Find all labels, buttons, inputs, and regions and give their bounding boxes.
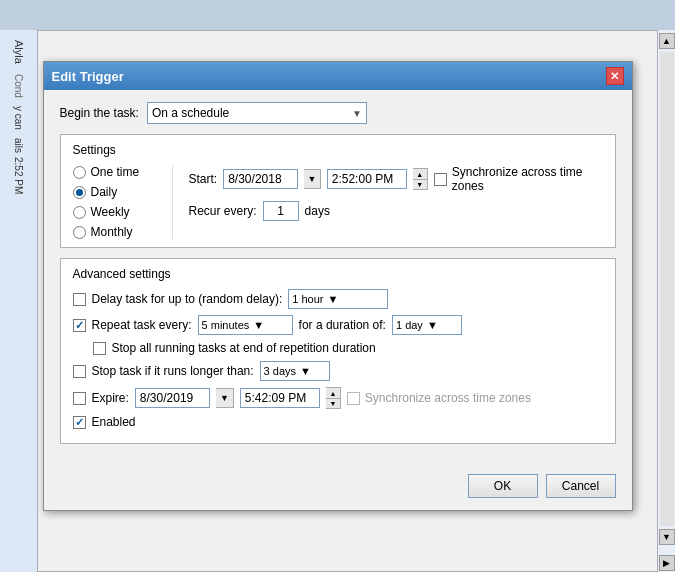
expire-time-input[interactable] bbox=[240, 388, 320, 408]
repeat-arrow: ▼ bbox=[253, 319, 264, 331]
expire-date-btn[interactable]: ▼ bbox=[216, 388, 234, 408]
start-label: Start: bbox=[189, 172, 218, 186]
duration-value: 1 day bbox=[396, 319, 423, 331]
stop-longer-checkbox[interactable] bbox=[73, 365, 86, 378]
start-date-input[interactable] bbox=[223, 169, 298, 189]
schedule-right: Start: ▼ ▲ ▼ Synchronize across time zon… bbox=[173, 165, 603, 239]
recur-row: Recur every: days bbox=[189, 201, 603, 221]
ok-button[interactable]: OK bbox=[468, 474, 538, 498]
advanced-section: Advanced settings Delay task for up to (… bbox=[60, 258, 616, 444]
repeat-row: Repeat task every: 5 minutes ▼ for a dur… bbox=[73, 315, 603, 335]
enabled-row: Enabled bbox=[73, 415, 603, 429]
radio-weekly-label: Weekly bbox=[91, 205, 130, 219]
radio-daily[interactable]: Daily bbox=[73, 185, 160, 199]
expire-sync-checkbox[interactable] bbox=[347, 392, 360, 405]
radio-group: One time Daily Weekly Monthly bbox=[73, 165, 173, 239]
radio-one-time-circle bbox=[73, 166, 86, 179]
recur-unit: days bbox=[305, 204, 330, 218]
expire-date-input[interactable] bbox=[135, 388, 210, 408]
expire-down[interactable]: ▼ bbox=[326, 398, 340, 408]
radio-monthly[interactable]: Monthly bbox=[73, 225, 160, 239]
duration-arrow: ▼ bbox=[427, 319, 438, 331]
begin-task-row: Begin the task: On a schedule ▼ bbox=[60, 102, 616, 124]
radio-weekly[interactable]: Weekly bbox=[73, 205, 160, 219]
expire-sync-row: Synchronize across time zones bbox=[347, 391, 531, 405]
stop-longer-arrow: ▼ bbox=[300, 365, 311, 377]
recur-label: Recur every: bbox=[189, 204, 257, 218]
stop-longer-label: Stop task if it runs longer than: bbox=[92, 364, 254, 378]
sync-checkbox[interactable] bbox=[434, 173, 447, 186]
delay-label: Delay task for up to (random delay): bbox=[92, 292, 283, 306]
radio-monthly-label: Monthly bbox=[91, 225, 133, 239]
radio-daily-label: Daily bbox=[91, 185, 118, 199]
time-up[interactable]: ▲ bbox=[413, 169, 427, 179]
cancel-button[interactable]: Cancel bbox=[546, 474, 616, 498]
recur-input[interactable] bbox=[263, 201, 299, 221]
radio-monthly-circle bbox=[73, 226, 86, 239]
stop-longer-value: 3 days bbox=[264, 365, 296, 377]
settings-label: Settings bbox=[73, 143, 603, 157]
begin-task-dropdown[interactable]: On a schedule ▼ bbox=[147, 102, 367, 124]
stop-repeat-row: Stop all running tasks at end of repetit… bbox=[73, 341, 603, 355]
expire-sync-label: Synchronize across time zones bbox=[365, 391, 531, 405]
dialog-title: Edit Trigger bbox=[52, 69, 124, 84]
settings-section: Settings One time Daily bbox=[60, 134, 616, 248]
begin-task-arrow: ▼ bbox=[352, 108, 362, 119]
repeat-label: Repeat task every: bbox=[92, 318, 192, 332]
delay-dropdown[interactable]: 1 hour ▼ bbox=[288, 289, 388, 309]
stop-longer-row: Stop task if it runs longer than: 3 days… bbox=[73, 361, 603, 381]
radio-one-time-label: One time bbox=[91, 165, 140, 179]
start-date-btn[interactable]: ▼ bbox=[304, 169, 321, 189]
close-button[interactable]: ✕ bbox=[606, 67, 624, 85]
expire-up[interactable]: ▲ bbox=[326, 388, 340, 398]
begin-task-label: Begin the task: bbox=[60, 106, 139, 120]
dialog-footer: OK Cancel bbox=[44, 466, 632, 510]
dialog-titlebar: Edit Trigger ✕ bbox=[44, 62, 632, 90]
repeat-dropdown[interactable]: 5 minutes ▼ bbox=[198, 315, 293, 335]
duration-label: for a duration of: bbox=[299, 318, 386, 332]
sync-label: Synchronize across time zones bbox=[452, 165, 603, 193]
enabled-checkbox[interactable] bbox=[73, 416, 86, 429]
begin-task-value: On a schedule bbox=[152, 106, 229, 120]
stop-repeat-label: Stop all running tasks at end of repetit… bbox=[112, 341, 376, 355]
start-time-input[interactable] bbox=[327, 169, 407, 189]
stop-repeat-checkbox[interactable] bbox=[93, 342, 106, 355]
time-spinner[interactable]: ▲ ▼ bbox=[413, 168, 428, 190]
radio-weekly-circle bbox=[73, 206, 86, 219]
expire-checkbox[interactable] bbox=[73, 392, 86, 405]
delay-checkbox[interactable] bbox=[73, 293, 86, 306]
expire-label: Expire: bbox=[92, 391, 129, 405]
delay-row: Delay task for up to (random delay): 1 h… bbox=[73, 289, 603, 309]
radio-one-time[interactable]: One time bbox=[73, 165, 160, 179]
repeat-checkbox[interactable] bbox=[73, 319, 86, 332]
edit-trigger-dialog: Edit Trigger ✕ Begin the task: On a sche… bbox=[43, 61, 633, 511]
radio-daily-circle bbox=[73, 186, 86, 199]
delay-value: 1 hour bbox=[292, 293, 323, 305]
repeat-value: 5 minutes bbox=[202, 319, 250, 331]
sync-row: Synchronize across time zones bbox=[434, 165, 603, 193]
enabled-label: Enabled bbox=[92, 415, 136, 429]
expire-row: Expire: ▼ ▲ ▼ Synchronize across time zo… bbox=[73, 387, 603, 409]
advanced-label: Advanced settings bbox=[73, 267, 603, 281]
time-down[interactable]: ▼ bbox=[413, 179, 427, 189]
start-row: Start: ▼ ▲ ▼ Synchronize across time zon… bbox=[189, 165, 603, 193]
delay-arrow: ▼ bbox=[327, 293, 338, 305]
expire-spinner[interactable]: ▲ ▼ bbox=[326, 387, 341, 409]
duration-dropdown[interactable]: 1 day ▼ bbox=[392, 315, 462, 335]
stop-longer-dropdown[interactable]: 3 days ▼ bbox=[260, 361, 330, 381]
